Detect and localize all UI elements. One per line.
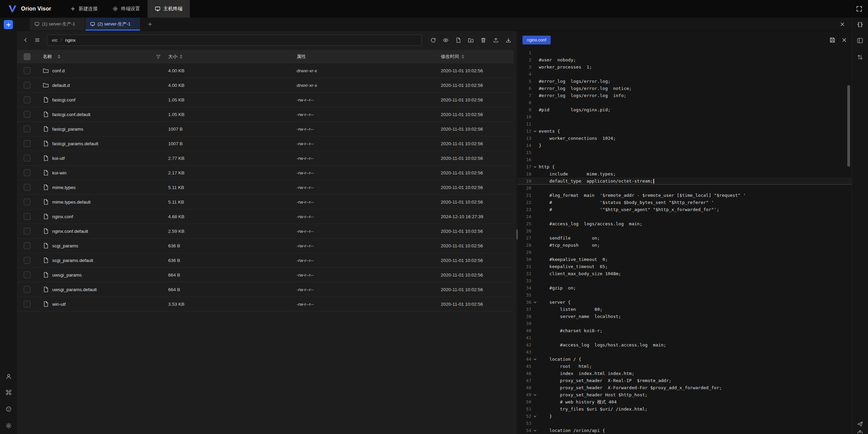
sort-name[interactable] (58, 55, 60, 59)
code-line[interactable]: 39 (518, 320, 852, 327)
terminal-tab[interactable]: (2) server-生产-1 (85, 18, 140, 31)
code-line[interactable]: 4 (518, 71, 852, 78)
upload-box-icon[interactable] (855, 428, 865, 434)
save-icon[interactable] (829, 37, 835, 43)
swap-vertical-icon[interactable] (855, 53, 865, 61)
row-checkbox[interactable] (24, 301, 31, 307)
file-row[interactable]: uwsgi_params.default 664 B -rw-r--r-- 20… (17, 282, 514, 297)
send-icon[interactable] (855, 419, 865, 428)
filter-icon[interactable] (156, 54, 161, 59)
code-line[interactable]: 16 (518, 156, 852, 163)
new-file-icon[interactable] (453, 35, 463, 45)
code-line[interactable]: 15 (518, 149, 852, 156)
file-row[interactable]: koi-utf 2.77 KB -rw-r--r-- 2020-11-01 10… (17, 151, 514, 166)
code-line[interactable]: 37 listen 80; (518, 306, 852, 313)
code-line[interactable]: 19 default_type application/octet-stream… (518, 177, 852, 185)
code-line[interactable]: 9 #pid logs/nginx.pid; (518, 106, 852, 113)
code-line[interactable]: 11 (518, 120, 852, 128)
code-line[interactable]: 45 root html; (518, 363, 852, 370)
code-line[interactable]: 25 #access_log logs/access.log main; (518, 220, 852, 227)
close-panel-icon[interactable] (838, 20, 846, 28)
file-row[interactable]: nginx.conf.default 2.59 KB -rw-r--r-- 20… (17, 224, 514, 239)
code-line[interactable]: 42 #access_log logs/host.access.log main… (518, 341, 852, 348)
terminal-tab[interactable]: (1) server-生产-1 (30, 18, 85, 31)
code-line[interactable]: 32 client_max_body_size 1048m; (518, 270, 852, 277)
user-icon[interactable] (4, 372, 13, 381)
breadcrumb[interactable]: etc / nginx (47, 35, 421, 46)
code-line[interactable]: 27 sendfile on; (518, 234, 852, 242)
code-line[interactable]: 22 # '$status $body_bytes_sent "$http_re… (518, 199, 852, 206)
select-all-checkbox[interactable] (24, 53, 31, 60)
delete-icon[interactable] (478, 35, 488, 45)
code-line[interactable]: 29 (518, 249, 852, 256)
fullscreen-icon[interactable] (856, 5, 863, 12)
breadcrumb-current[interactable]: nginx (65, 38, 76, 43)
file-row[interactable]: win-utf 3.53 KB -rw-r--r-- 2020-11-01 10… (17, 297, 514, 312)
file-row[interactable]: scgi_params 636 B -rw-r--r-- 2020-11-01 … (17, 239, 514, 253)
row-checkbox[interactable] (24, 271, 31, 278)
code-line[interactable]: 13 worker_connections 1024; (518, 135, 852, 142)
code-line[interactable]: 24 (518, 213, 852, 220)
code-line[interactable]: 44 location / { (518, 356, 852, 363)
code-line[interactable]: 12 events { (518, 128, 852, 135)
row-checkbox[interactable] (24, 111, 31, 118)
code-line[interactable]: 30 #keepalive_timeout 0; (518, 256, 852, 263)
code-line[interactable]: 46 index index.html index.htm; (518, 370, 852, 377)
code-line[interactable]: 47 proxy_set_header X-Real-IP $remote_ad… (518, 377, 852, 384)
code-line[interactable]: 34 #gzip on; (518, 284, 852, 291)
new-connection-button[interactable] (4, 20, 13, 29)
list-icon[interactable] (33, 35, 42, 45)
code-line[interactable]: 23 # '"$http_user_agent" "$http_x_forwar… (518, 206, 852, 213)
sort-size[interactable] (180, 55, 182, 59)
row-checkbox[interactable] (24, 155, 31, 162)
fold-chevron-icon[interactable] (531, 163, 539, 170)
code-editor[interactable]: 1 2 #user nobody; (518, 49, 852, 434)
row-checkbox[interactable] (24, 82, 31, 89)
code-line[interactable]: 26 (518, 227, 852, 234)
code-line[interactable]: 48 proxy_set_header X-Forwarded-For $pro… (518, 384, 852, 391)
file-row[interactable]: mime.types.default 5.11 KB -rw-r--r-- 20… (17, 195, 514, 209)
file-row[interactable]: fastcgi_params 1007 B -rw-r--r-- 2020-11… (17, 122, 514, 136)
code-line[interactable]: 35 (518, 291, 852, 299)
row-checkbox[interactable] (24, 67, 31, 74)
file-row[interactable]: mime.types 5.11 KB -rw-r--r-- 2020-11-01… (17, 180, 514, 195)
code-line[interactable]: 18 include mime.types; (518, 170, 852, 177)
code-line[interactable]: 21 #log_format main '$remote_addr - $rem… (518, 192, 852, 199)
code-line[interactable]: 52 } (518, 413, 852, 420)
code-line[interactable]: 5 #error_log logs/error.log; (518, 78, 852, 85)
row-checkbox[interactable] (24, 213, 31, 220)
code-line[interactable]: 50 # web history 模式 404 (518, 398, 852, 405)
file-row[interactable]: fastcgi.conf 1.05 KB -rw-r--r-- 2020-11-… (17, 93, 514, 107)
code-line[interactable]: 54 location /orion/api { (518, 427, 852, 434)
row-checkbox[interactable] (24, 228, 31, 234)
row-checkbox[interactable] (24, 242, 31, 249)
menu-terminal-settings[interactable]: 终端设置 (105, 0, 147, 18)
fold-chevron-icon[interactable] (531, 391, 539, 398)
close-editor-icon[interactable] (842, 37, 847, 43)
code-line[interactable]: 49 proxy_set_header Host $http_host; (518, 391, 852, 398)
fold-chevron-icon[interactable] (531, 128, 539, 135)
file-row[interactable]: conf.d 4.00 KB drwxr-xr-x 2020-11-01 10:… (17, 63, 514, 78)
file-row[interactable]: uwsgi_params 664 B -rw-r--r-- 2020-11-01… (17, 268, 514, 282)
refresh-icon[interactable] (428, 35, 438, 45)
fold-chevron-icon[interactable] (531, 413, 539, 420)
braces-icon[interactable]: {} (855, 20, 865, 29)
code-line[interactable]: 6 #error_log logs/error.log notice; (518, 85, 852, 92)
row-checkbox[interactable] (24, 199, 31, 205)
code-line[interactable]: 17 http { (518, 163, 852, 170)
file-row[interactable]: koi-win 2.17 KB -rw-r--r-- 2020-11-01 10… (17, 166, 514, 180)
code-line[interactable]: 20 (518, 185, 852, 192)
row-checkbox[interactable] (24, 184, 31, 191)
file-row[interactable]: default.d 4.00 KB drwxr-xr-x 2020-11-01 … (17, 78, 514, 93)
fold-chevron-icon[interactable] (531, 427, 539, 434)
code-line[interactable]: 33 (518, 277, 852, 284)
code-line[interactable]: 7 #error_log logs/error.log info; (518, 92, 852, 99)
code-line[interactable]: 53 (518, 420, 852, 427)
row-checkbox[interactable] (24, 140, 31, 147)
code-line[interactable]: 43 (518, 348, 852, 356)
code-line[interactable]: 14 } (518, 142, 852, 149)
code-line[interactable]: 36 server { (518, 299, 852, 306)
sort-time[interactable] (461, 55, 464, 59)
command-icon[interactable] (4, 388, 13, 397)
back-icon[interactable] (21, 35, 31, 45)
